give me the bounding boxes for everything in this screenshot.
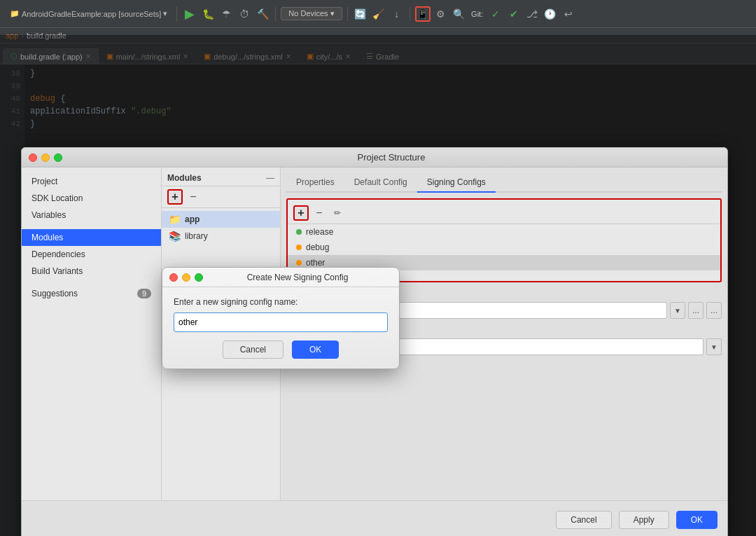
dialog-actions: Cancel OK <box>174 341 388 359</box>
project-structure-window: Project Structure Project SDK Location V… <box>21 147 728 536</box>
dialog-cancel-button[interactable]: Cancel <box>223 341 284 359</box>
avd-manager-button[interactable]: 📱 <box>415 6 430 22</box>
device-selector[interactable]: No Devices ▾ <box>281 7 342 20</box>
dialog-traffic-lights <box>169 273 203 282</box>
ide-window: 📁 AndroidGradleExample:app [sourceSets] … <box>0 0 756 536</box>
vcs-update-button[interactable]: ↓ <box>389 6 405 22</box>
dialog-body: Enter a new signing config name: Cancel … <box>162 287 399 369</box>
signing-config-name-input[interactable] <box>174 312 388 332</box>
dialog-minimize-button[interactable] <box>182 273 190 282</box>
vcs-branch-button[interactable]: ⎇ <box>524 6 540 22</box>
sdk-manager-button[interactable]: ⚙ <box>433 6 449 22</box>
git-label-icon: Git: <box>470 6 485 22</box>
debug-button[interactable]: 🐛 <box>200 6 216 22</box>
project-label: AndroidGradleExample:app [sourceSets] <box>22 10 161 18</box>
dialog-prompt: Enter a new signing config name: <box>174 297 388 307</box>
vcs-check-button[interactable]: ✓ <box>488 6 503 22</box>
create-signing-config-dialog: Create New Signing Config Enter a new si… <box>162 267 400 369</box>
profile-button[interactable]: ⏱ <box>237 6 252 22</box>
separator4 <box>410 7 410 21</box>
ps-overlay: Project Structure Project SDK Location V… <box>0 35 756 536</box>
separator3 <box>347 7 348 21</box>
separator <box>176 7 177 21</box>
sync-button[interactable]: 🔄 <box>353 6 368 22</box>
coverage-button[interactable]: ☂ <box>218 6 234 22</box>
run-button[interactable]: ▶ <box>182 6 197 22</box>
build-button[interactable]: 🔨 <box>255 6 270 22</box>
dialog-titlebar: Create New Signing Config <box>162 268 399 287</box>
search-button[interactable]: 🔍 <box>451 6 467 22</box>
vcs-history-button[interactable]: 🕐 <box>542 6 558 22</box>
project-icon: 📁 <box>10 9 20 18</box>
dialog-overlay: Create New Signing Config Enter a new si… <box>22 148 727 536</box>
no-devices-label: No Devices <box>288 9 328 18</box>
vcs-revert-button[interactable]: ↩ <box>561 6 576 22</box>
dialog-close-button[interactable] <box>169 273 178 282</box>
project-dropdown[interactable]: 📁 AndroidGradleExample:app [sourceSets] … <box>6 8 172 20</box>
separator2 <box>275 7 276 21</box>
top-toolbar: 📁 AndroidGradleExample:app [sourceSets] … <box>0 0 756 28</box>
dialog-ok-button[interactable]: OK <box>292 341 339 359</box>
chevron-down-icon2: ▾ <box>330 9 335 18</box>
dialog-maximize-button[interactable] <box>195 273 203 282</box>
chevron-down-icon: ▾ <box>163 9 167 18</box>
vcs-push-button[interactable]: ✔ <box>506 6 522 22</box>
dialog-title: Create New Signing Config <box>203 273 392 282</box>
clean-button[interactable]: 🧹 <box>371 6 386 22</box>
